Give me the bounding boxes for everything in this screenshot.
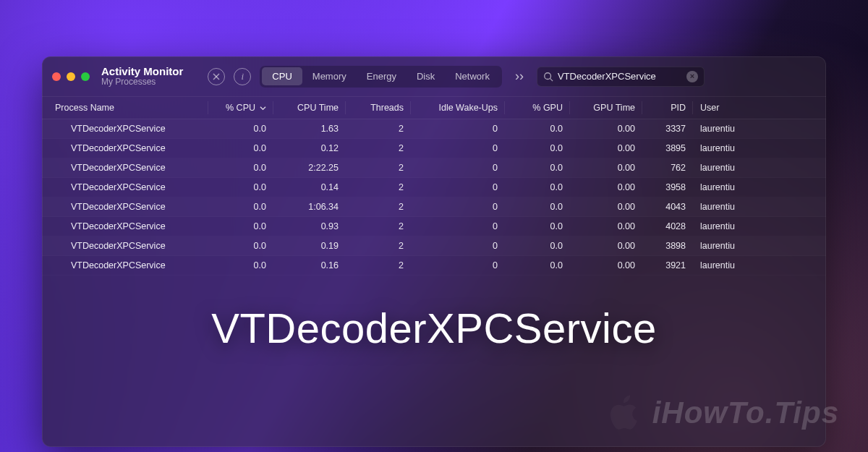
window-title: Activity Monitor — [101, 65, 183, 77]
traffic-lights — [52, 72, 90, 81]
cell-user: laurentiu — [693, 178, 826, 197]
cell-gpu: 0.0 — [505, 236, 570, 256]
search-field[interactable]: × — [537, 67, 705, 87]
table-row[interactable]: VTDecoderXPCService0.00.12200.00.003895l… — [42, 139, 826, 158]
cell-gpu: 0.0 — [505, 217, 570, 236]
col-process-name[interactable]: Process Name — [42, 97, 208, 119]
tab-disk[interactable]: Disk — [407, 67, 445, 85]
cell-threads: 2 — [346, 178, 411, 197]
tab-network[interactable]: Network — [445, 67, 500, 85]
fullscreen-window-button[interactable] — [81, 72, 90, 81]
cell-cputime: 0.19 — [273, 236, 346, 256]
process-table: Process Name % CPU CPU Time Threads Idle… — [42, 97, 826, 276]
watermark: iHowTo.Tips — [605, 393, 839, 433]
cell-threads: 2 — [346, 197, 411, 217]
activity-monitor-window: Activity Monitor My Processes i CPU Memo… — [42, 56, 826, 447]
cell-pid: 3958 — [642, 178, 693, 197]
cell-gputime: 0.00 — [570, 178, 642, 197]
col-gpu-time[interactable]: GPU Time — [570, 97, 642, 119]
stop-process-button[interactable] — [208, 68, 225, 85]
cell-gpu: 0.0 — [505, 158, 570, 178]
cell-gpu: 0.0 — [505, 256, 570, 276]
cell-threads: 2 — [346, 217, 411, 236]
cell-gputime: 0.00 — [570, 236, 642, 256]
table-row[interactable]: VTDecoderXPCService0.02:22.25200.00.0076… — [42, 158, 826, 178]
cell-threads: 2 — [346, 139, 411, 158]
cell-cpu: 0.0 — [208, 119, 273, 139]
apple-logo-icon — [605, 393, 645, 433]
table-row[interactable]: VTDecoderXPCService0.00.14200.00.003958l… — [42, 178, 826, 197]
cell-threads: 2 — [346, 236, 411, 256]
cell-idle: 0 — [411, 158, 505, 178]
cell-gputime: 0.00 — [570, 139, 642, 158]
tab-cpu[interactable]: CPU — [262, 67, 302, 85]
cell-user: laurentiu — [693, 236, 826, 256]
minimize-window-button[interactable] — [67, 72, 75, 81]
cell-idle: 0 — [411, 119, 505, 139]
cell-pid: 4043 — [642, 197, 693, 217]
col-cpu-time[interactable]: CPU Time — [273, 97, 346, 119]
table-row[interactable]: VTDecoderXPCService0.01:06.34200.00.0040… — [42, 197, 826, 217]
search-input[interactable] — [558, 71, 682, 82]
col-pid[interactable]: PID — [642, 97, 693, 119]
col-cpu-percent[interactable]: % CPU — [208, 97, 273, 119]
cell-user: laurentiu — [693, 158, 826, 178]
window-toolbar: Activity Monitor My Processes i CPU Memo… — [42, 56, 826, 97]
cell-cputime: 1:06.34 — [273, 197, 346, 217]
cell-cputime: 0.93 — [273, 217, 346, 236]
cell-pid: 3921 — [642, 256, 693, 276]
col-idle-wakeups[interactable]: Idle Wake-Ups — [411, 97, 505, 119]
table-row[interactable]: VTDecoderXPCService0.00.16200.00.003921l… — [42, 256, 826, 276]
cell-gpu: 0.0 — [505, 119, 570, 139]
cell-idle: 0 — [411, 178, 505, 197]
cell-user: laurentiu — [693, 119, 826, 139]
cell-cputime: 2:22.25 — [273, 158, 346, 178]
overlay-headline: VTDecoderXPCService — [0, 304, 868, 352]
cell-name: VTDecoderXPCService — [42, 139, 208, 158]
resource-tabs: CPU Memory Energy Disk Network — [260, 66, 502, 88]
cell-cpu: 0.0 — [208, 217, 273, 236]
cell-gpu: 0.0 — [505, 197, 570, 217]
cell-idle: 0 — [411, 139, 505, 158]
cell-pid: 3895 — [642, 139, 693, 158]
table-row[interactable]: VTDecoderXPCService0.00.93200.00.004028l… — [42, 217, 826, 236]
search-icon — [543, 72, 553, 82]
cell-name: VTDecoderXPCService — [42, 236, 208, 256]
cell-user: laurentiu — [693, 256, 826, 276]
cell-idle: 0 — [411, 217, 505, 236]
cell-gputime: 0.00 — [570, 158, 642, 178]
cell-cputime: 0.16 — [273, 256, 346, 276]
window-title-block: Activity Monitor My Processes — [101, 65, 183, 88]
info-button[interactable]: i — [234, 68, 251, 85]
close-window-button[interactable] — [52, 72, 61, 81]
cell-name: VTDecoderXPCService — [42, 256, 208, 276]
col-threads[interactable]: Threads — [346, 97, 411, 119]
cell-threads: 2 — [346, 119, 411, 139]
cell-name: VTDecoderXPCService — [42, 197, 208, 217]
cell-cpu: 0.0 — [208, 236, 273, 256]
cell-name: VTDecoderXPCService — [42, 178, 208, 197]
cell-name: VTDecoderXPCService — [42, 217, 208, 236]
svg-line-3 — [550, 78, 553, 81]
tab-memory[interactable]: Memory — [302, 67, 357, 85]
cell-pid: 4028 — [642, 217, 693, 236]
cell-pid: 3898 — [642, 236, 693, 256]
table-row[interactable]: VTDecoderXPCService0.01.63200.00.003337l… — [42, 119, 826, 139]
more-tabs-button[interactable]: ›› — [511, 69, 528, 84]
cell-cputime: 0.12 — [273, 139, 346, 158]
cell-pid: 762 — [642, 158, 693, 178]
cell-name: VTDecoderXPCService — [42, 119, 208, 139]
clear-search-button[interactable]: × — [686, 71, 698, 82]
col-gpu-percent[interactable]: % GPU — [505, 97, 570, 119]
tab-energy[interactable]: Energy — [357, 67, 407, 85]
cell-threads: 2 — [346, 256, 411, 276]
cell-idle: 0 — [411, 197, 505, 217]
cell-cpu: 0.0 — [208, 178, 273, 197]
table-row[interactable]: VTDecoderXPCService0.00.19200.00.003898l… — [42, 236, 826, 256]
window-subtitle: My Processes — [101, 77, 183, 88]
col-user[interactable]: User — [693, 97, 826, 119]
cell-gpu: 0.0 — [505, 178, 570, 197]
cell-idle: 0 — [411, 236, 505, 256]
cell-gputime: 0.00 — [570, 256, 642, 276]
cell-cpu: 0.0 — [208, 139, 273, 158]
